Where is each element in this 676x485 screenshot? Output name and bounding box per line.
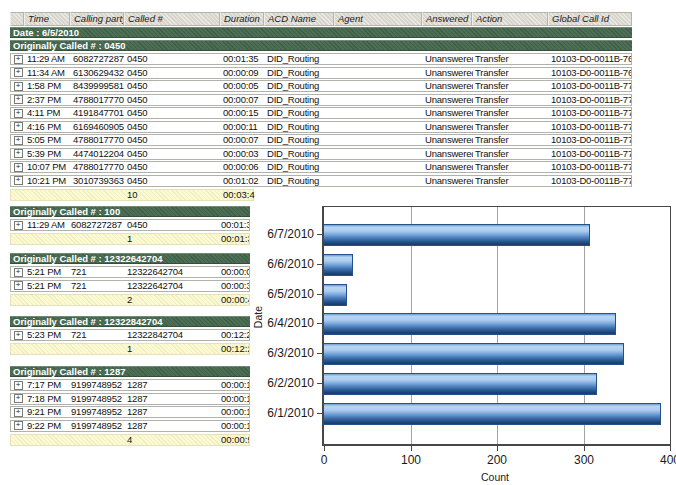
cell-duration: 00:00:06	[221, 162, 265, 172]
table-row: +10:07 PM4788017770045000:00:06DID_Routi…	[10, 161, 632, 173]
cell-called: 0450	[125, 95, 221, 105]
cell-global_id: 10103-D0-0011B-772	[549, 108, 631, 118]
expand-icon[interactable]: +	[14, 268, 23, 277]
table-row: +11:29 AM6082727287045000:01:35	[10, 219, 250, 231]
y-tick-mark	[317, 383, 322, 384]
cell-acd: DID_Routing	[265, 149, 335, 159]
cell-acd: DID_Routing	[265, 108, 335, 118]
y-tick-label: 6/3/2010	[250, 346, 314, 360]
summary-call-count: 2	[125, 295, 219, 305]
expand-cell: +	[11, 81, 25, 91]
cell-duration: 00:00:05	[221, 81, 265, 91]
table-row: +9:21 PM9199748952128700:00:14	[10, 406, 250, 418]
cell-acd: DID_Routing	[265, 122, 335, 132]
expand-icon[interactable]: +	[14, 421, 23, 430]
summary-total-duration: 00:00:50	[219, 435, 249, 445]
group-header-band: Originally Called # : 100	[10, 206, 250, 217]
expand-icon[interactable]: +	[14, 95, 23, 104]
table-row: +4:16 PM6169460905045000:00:11DID_Routin…	[10, 121, 632, 133]
cell-answered: Unanswered	[423, 54, 473, 64]
group-rows: +5:23 PM7211232284270400:12:23	[10, 329, 250, 341]
table-row: +5:21 PM7211232264270400:00:09	[10, 266, 250, 278]
x-tick-mark	[411, 446, 412, 451]
cell-acd: DID_Routing	[265, 135, 335, 145]
cell-action: Transfer	[473, 135, 549, 145]
summary-call-count: 10	[125, 190, 221, 200]
cell-acd: DID_Routing	[265, 68, 335, 78]
table-header-row: Time Calling party # Called # Duration A…	[10, 12, 632, 26]
cell-global_id: 10103-D0-0011B-773	[549, 122, 631, 132]
expand-icon[interactable]: +	[14, 136, 23, 145]
cell-acd: DID_Routing	[265, 176, 335, 186]
x-tick-label: 100	[391, 453, 431, 467]
expand-icon[interactable]: +	[14, 331, 23, 340]
cell-duration: 00:00:34	[219, 281, 249, 291]
cell-calling: 4474012204	[71, 149, 125, 159]
y-tick-mark	[317, 234, 322, 235]
cell-time: 11:29 AM	[25, 54, 71, 64]
expand-icon[interactable]: +	[14, 381, 23, 390]
column-header-acd-name: ACD Name	[264, 12, 334, 26]
cell-global_id: 10103-D0-0011B-778	[549, 149, 631, 159]
table-row: +7:17 PM9199748952128700:00:13	[10, 379, 250, 391]
expand-icon[interactable]: +	[14, 394, 23, 403]
cell-global_id: 10103-D0-0011B-770	[549, 81, 631, 91]
cell-called: 0450	[125, 122, 221, 132]
expand-icon[interactable]: +	[14, 55, 23, 64]
cell-called: 1287	[125, 394, 219, 404]
expand-cell: +	[11, 122, 25, 132]
cell-duration: 00:00:11	[219, 421, 249, 431]
cell-acd: DID_Routing	[265, 95, 335, 105]
cell-time: 4:16 PM	[25, 122, 71, 132]
expand-cell: +	[11, 220, 25, 230]
summary-total-duration: 00:00:43	[219, 295, 249, 305]
call-group-section: Originally Called # : 1287+7:17 PM919974…	[10, 365, 250, 446]
cell-calling: 4191847701	[71, 108, 125, 118]
expand-icon[interactable]: +	[14, 176, 23, 185]
chart-bar	[324, 313, 616, 335]
cell-called: 0450	[125, 108, 221, 118]
cell-duration: 00:00:09	[219, 267, 249, 277]
cell-calling: 6169460905	[71, 122, 125, 132]
chart-bar	[324, 343, 624, 365]
cell-time: 7:17 PM	[25, 380, 69, 390]
cell-duration: 00:00:11	[221, 122, 265, 132]
group-summary-row: 10 00:03:40	[10, 189, 254, 201]
expand-cell: +	[11, 267, 25, 277]
cell-called: 1287	[125, 421, 219, 431]
expand-icon[interactable]: +	[14, 221, 23, 230]
cell-time: 4:11 PM	[25, 108, 71, 118]
cell-duration: 00:00:07	[221, 95, 265, 105]
y-tick-label: 6/1/2010	[250, 406, 314, 420]
cell-calling: 6082727287	[69, 220, 125, 230]
table-row: +7:18 PM9199748952128700:00:12	[10, 393, 250, 405]
expand-icon[interactable]: +	[14, 149, 23, 158]
calls-by-date-chart: Date Count 6/7/20106/6/20106/5/20106/4/2…	[250, 198, 676, 485]
x-tick-label: 400	[650, 453, 676, 467]
cell-global_id: 10103-D0-0011B-77F	[549, 176, 631, 186]
table-row: +11:29 AM6082727287045000:01:35DID_Routi…	[10, 53, 632, 65]
cell-global_id: 10103-D0-0011B-77E	[549, 162, 631, 172]
call-detail-table: Time Calling party # Called # Duration A…	[10, 12, 632, 201]
cell-action: Transfer	[473, 108, 549, 118]
cell-duration: 00:00:14	[219, 407, 249, 417]
column-header-calling-party: Calling party #	[70, 12, 124, 26]
cell-duration: 00:00:07	[221, 135, 265, 145]
expand-icon[interactable]: +	[14, 163, 23, 172]
cell-global_id: 10103-D0-0011B-771	[549, 95, 631, 105]
expand-icon[interactable]: +	[14, 82, 23, 91]
cell-action: Transfer	[473, 54, 549, 64]
cell-calling: 9199748952	[69, 394, 125, 404]
cell-called: 0450	[125, 176, 221, 186]
expand-icon[interactable]: +	[14, 408, 23, 417]
column-header-duration: Duration	[220, 12, 264, 26]
cell-time: 5:21 PM	[25, 281, 69, 291]
chart-bar	[324, 254, 353, 276]
column-header-action: Action	[472, 12, 548, 26]
cell-action: Transfer	[473, 176, 549, 186]
expand-icon[interactable]: +	[14, 109, 23, 118]
expand-icon[interactable]: +	[14, 281, 23, 290]
expand-icon[interactable]: +	[14, 122, 23, 131]
expand-icon[interactable]: +	[14, 68, 23, 77]
chart-plot-area	[322, 206, 671, 446]
